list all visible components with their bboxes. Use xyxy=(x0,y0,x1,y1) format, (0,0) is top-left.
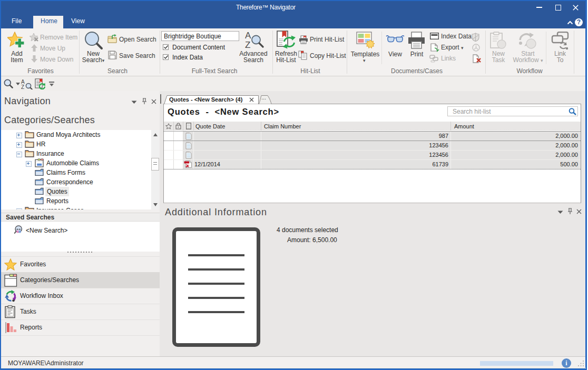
svg-text:Z: Z xyxy=(21,84,24,89)
svg-text:Z: Z xyxy=(245,40,250,50)
svg-text:A: A xyxy=(245,31,251,41)
